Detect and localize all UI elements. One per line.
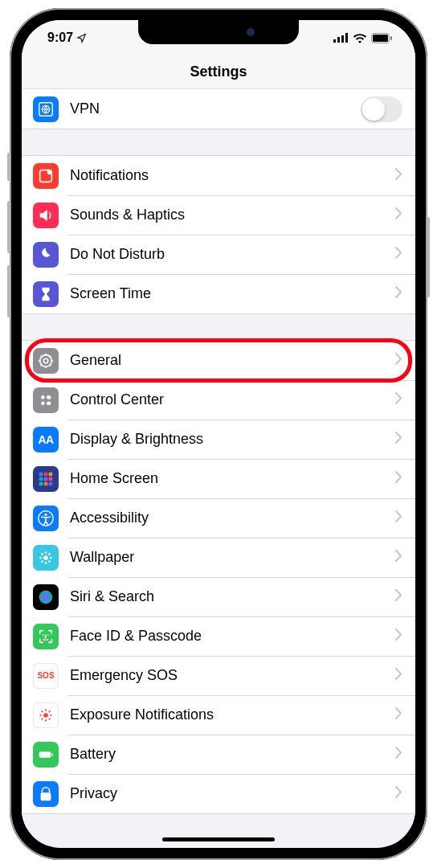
settings-row-dnd[interactable]: Do Not Disturb (22, 235, 415, 274)
row-label: Do Not Disturb (70, 246, 395, 263)
phone-frame: 9:07 (10, 8, 427, 860)
homescreen-icon (33, 466, 59, 492)
chevron-right-icon (395, 285, 402, 302)
svg-rect-49 (39, 751, 51, 757)
svg-rect-15 (47, 395, 51, 399)
chevron-right-icon (395, 510, 402, 526)
row-label: Notifications (70, 167, 395, 184)
vpn-toggle[interactable] (361, 96, 402, 122)
settings-row-controlcenter[interactable]: Control Center (22, 380, 415, 420)
settings-row-screentime[interactable]: Screen Time (22, 274, 415, 313)
settings-row-sounds[interactable]: Sounds & Haptics (22, 195, 415, 235)
chevron-right-icon (395, 746, 402, 763)
mute-switch (7, 153, 10, 181)
svg-rect-23 (39, 481, 43, 485)
settings-section: VPN (22, 89, 415, 129)
svg-rect-25 (49, 481, 53, 485)
screen: 9:07 (22, 20, 415, 848)
svg-point-29 (45, 551, 47, 554)
settings-row-wallpaper[interactable]: Wallpaper (22, 538, 415, 577)
page-title: Settings (190, 63, 247, 80)
svg-point-39 (47, 634, 49, 636)
settings-row-homescreen[interactable]: Home Screen (22, 459, 415, 498)
svg-point-42 (45, 719, 47, 721)
settings-row-faceid[interactable]: Face ID & Passcode (22, 616, 415, 656)
settings-row-accessibility[interactable]: Accessibility (22, 498, 415, 538)
chevron-right-icon (395, 667, 402, 684)
row-label: Face ID & Passcode (70, 628, 395, 645)
notch (138, 20, 299, 44)
siri-icon (33, 584, 59, 610)
settings-row-siri[interactable]: Siri & Search (22, 577, 415, 616)
settings-row-battery[interactable]: Battery (22, 735, 415, 774)
row-label: Accessibility (70, 510, 395, 526)
display-icon: AA (33, 427, 59, 452)
settings-row-exposure[interactable]: Exposure Notifications (22, 695, 415, 735)
svg-point-12 (43, 358, 48, 363)
settings-row-sos[interactable]: SOSEmergency SOS (22, 656, 415, 695)
chevron-right-icon (395, 549, 402, 566)
row-label: VPN (70, 100, 361, 117)
accessibility-icon (33, 506, 59, 531)
status-right (333, 33, 393, 43)
sounds-icon (33, 203, 59, 228)
sos-icon: SOS (33, 663, 59, 689)
settings-section: NotificationsSounds & HapticsDo Not Dist… (22, 155, 415, 314)
row-label: Control Center (70, 391, 395, 408)
svg-point-32 (50, 556, 52, 559)
svg-point-10 (47, 170, 52, 174)
general-icon (33, 348, 59, 374)
svg-rect-5 (373, 35, 388, 42)
settings-list[interactable]: VPNNotificationsSounds & HapticsDo Not D… (22, 89, 415, 829)
row-label: Battery (70, 746, 395, 763)
svg-rect-24 (44, 481, 48, 485)
svg-rect-19 (49, 472, 53, 476)
row-label: Wallpaper (70, 549, 395, 566)
svg-rect-22 (49, 477, 53, 481)
svg-point-30 (45, 562, 47, 564)
notifications-icon (33, 163, 59, 189)
svg-point-45 (41, 710, 43, 712)
chevron-right-icon (395, 391, 402, 408)
svg-point-34 (48, 553, 51, 555)
svg-point-41 (45, 709, 47, 710)
svg-rect-3 (345, 33, 348, 43)
svg-rect-16 (47, 401, 51, 405)
home-indicator[interactable] (162, 837, 275, 841)
chevron-right-icon (395, 588, 402, 605)
battery-icon (371, 33, 393, 43)
chevron-right-icon (395, 167, 402, 184)
svg-rect-20 (39, 477, 43, 481)
nav-header: Settings (22, 55, 415, 89)
wifi-icon (353, 33, 367, 43)
faceid-icon (33, 624, 59, 649)
volume-up (7, 201, 10, 253)
chevron-right-icon (395, 431, 402, 448)
side-button (427, 217, 430, 297)
settings-section: GeneralControl CenterAADisplay & Brightn… (22, 340, 415, 814)
settings-row-display[interactable]: AADisplay & Brightness (22, 420, 415, 459)
battery-icon (33, 742, 59, 768)
settings-row-general[interactable]: General (22, 341, 415, 380)
svg-point-46 (48, 710, 50, 712)
svg-point-47 (41, 718, 43, 719)
svg-point-48 (48, 718, 50, 719)
svg-rect-51 (41, 792, 51, 800)
status-time: 9:07 (47, 31, 73, 45)
svg-point-33 (41, 553, 43, 555)
svg-point-40 (43, 713, 48, 718)
svg-point-27 (44, 513, 47, 515)
settings-row-notifications[interactable]: Notifications (22, 156, 415, 195)
settings-row-privacy[interactable]: Privacy (22, 774, 415, 813)
svg-point-43 (39, 714, 41, 715)
cellular-icon (333, 33, 349, 43)
settings-row-vpn[interactable]: VPN (22, 89, 415, 129)
svg-rect-1 (337, 37, 340, 43)
row-label: General (70, 352, 395, 369)
row-label: Display & Brightness (70, 431, 395, 448)
dnd-icon (33, 242, 59, 268)
svg-point-13 (41, 395, 45, 399)
screentime-icon (33, 281, 59, 307)
row-label: Exposure Notifications (70, 706, 395, 723)
svg-point-35 (41, 560, 43, 563)
